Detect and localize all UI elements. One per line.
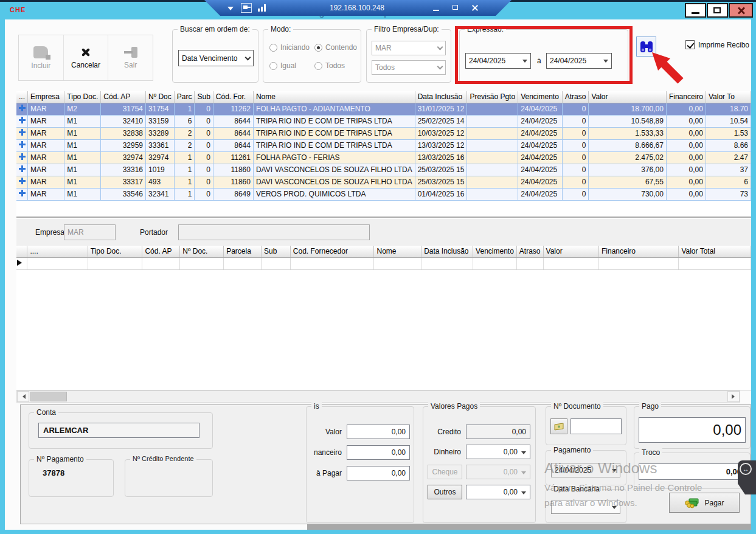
credito-field[interactable]: 0,00	[466, 425, 530, 439]
grid2-column-header[interactable]: Tipo Doc.	[88, 246, 142, 257]
pin-icon-needle	[248, 7, 251, 8]
grid2-column-header[interactable]: Data Inclusão	[421, 246, 473, 257]
rdp-minimize-button[interactable]	[430, 3, 443, 13]
radio-igual[interactable]: Igual	[269, 61, 296, 70]
expand-row-plus-icon[interactable]	[19, 178, 26, 184]
grid1-column-header[interactable]: Data Inclusão	[415, 91, 467, 103]
exit-door-icon	[124, 47, 137, 58]
filtro-empresa-select[interactable]: MAR	[372, 41, 446, 55]
grid1-row[interactable]: MARM1333174931011860DAVI VASCONCELOS DE …	[16, 176, 751, 188]
grid1-column-header[interactable]: Valor	[589, 91, 667, 103]
grid2-column-header[interactable]: Financeiro	[599, 246, 679, 257]
grid1-cell: 37	[706, 164, 751, 176]
scroll-left-button[interactable]	[17, 391, 29, 402]
portador-field[interactable]	[178, 224, 370, 240]
cheque-field[interactable]: 0,00	[466, 465, 530, 479]
grid2-column-header[interactable]: Parcela	[224, 246, 262, 257]
grid1-row[interactable]: MARM13295933361208644TRIPA RIO IND E COM…	[16, 139, 751, 151]
grid2-column-header[interactable]: Vencimento	[473, 246, 517, 257]
grid1-column-header[interactable]: Cód. For.	[213, 91, 253, 103]
pagar-button[interactable]: Pagar	[669, 493, 740, 513]
grid1-row[interactable]: MARM13331610191011860DAVI VASCONCELOS DE…	[16, 164, 751, 176]
troco-field[interactable]: 0,00	[639, 463, 746, 480]
outros-button[interactable]: Outros	[428, 485, 462, 499]
data-bancaria-select[interactable]	[551, 501, 620, 514]
grid1-column-header[interactable]: Financeiro	[666, 91, 706, 103]
grid1-column-header[interactable]: Cód. AP	[101, 91, 146, 103]
buscar-ordem-select[interactable]: Data Vencimento	[178, 50, 254, 66]
filtro-dup-select[interactable]: Todos	[372, 60, 446, 75]
sair-button[interactable]: Sair	[108, 35, 153, 80]
grid1-cell: 1019	[146, 164, 175, 176]
valor-field[interactable]: 0,00	[347, 425, 410, 439]
grid2-column-header[interactable]	[16, 246, 27, 257]
conta-field[interactable]: ARLEMCAR	[38, 423, 199, 438]
incluir-button[interactable]: Incluir	[19, 35, 64, 80]
grid2-column-header[interactable]: Atraso	[516, 246, 543, 257]
grid1-column-header[interactable]: Valor To	[706, 91, 751, 103]
search-button[interactable]	[636, 36, 656, 57]
dinheiro-field[interactable]: 0,00	[466, 445, 530, 459]
grid1-row[interactable]: MARM13241033159608644TRIPA RIO IND E COM…	[16, 115, 751, 127]
radio-icon	[269, 62, 277, 70]
grid2-column-header[interactable]: Cod. Fornecedor	[290, 246, 374, 257]
grid1-row[interactable]: MARM13283833289208644TRIPA RIO IND E COM…	[16, 127, 751, 139]
maximize-button[interactable]	[707, 3, 728, 18]
date-from-select[interactable]: 24/04/2025	[465, 53, 531, 69]
scrollbar-thumb[interactable]	[30, 392, 67, 401]
horizontal-scrollbar[interactable]	[16, 390, 740, 403]
grid1-row[interactable]: MARM132974329741011261FOLHA PAGTO - FERI…	[16, 151, 751, 164]
radio-iniciando[interactable]: Iniciando	[269, 43, 310, 52]
num-credito-title: Nº Crédito Pendente	[130, 455, 196, 462]
minimize-button[interactable]	[685, 3, 706, 18]
expand-row-plus-icon[interactable]	[19, 165, 26, 172]
num-documento-field[interactable]	[570, 418, 622, 434]
grid1-column-header[interactable]: Sub	[195, 91, 213, 103]
grid2-empty-row[interactable]	[16, 257, 751, 269]
expand-row-plus-icon[interactable]	[19, 190, 26, 196]
grid1-column-header[interactable]: Tipo Doc.	[64, 91, 101, 103]
expand-row-plus-icon[interactable]	[19, 129, 26, 136]
pagamento-date-select[interactable]: 24/04/2025	[551, 463, 620, 477]
grid1-column-header[interactable]: Previsão Pgto	[467, 91, 518, 103]
rdp-close-button[interactable]	[469, 3, 482, 13]
grid2-column-header[interactable]: Nº Doc.	[180, 246, 224, 257]
grid1-column-header[interactable]: Nº Doc	[146, 91, 175, 103]
a-pagar-field[interactable]: 0,00	[347, 466, 410, 480]
empresa-field[interactable]: MAR	[64, 224, 116, 240]
rdp-restore-button[interactable]	[449, 3, 463, 13]
grid2-column-header[interactable]: Sub	[262, 246, 291, 257]
radio-todos[interactable]: Todos	[314, 61, 345, 70]
outros-field[interactable]: 0,00	[466, 485, 530, 499]
grid2-column-header[interactable]: Cód. AP	[142, 246, 180, 257]
grid1-row[interactable]: MARM13354632341108649VEROS PROD. QUIMICO…	[16, 188, 751, 200]
buscar-ordem-value: Data Vencimento	[182, 54, 246, 63]
imprime-recibo-checkbox[interactable]: Imprime Recibo	[685, 40, 749, 49]
close-button[interactable]	[729, 3, 753, 18]
grid2-column-header[interactable]: Valor	[543, 246, 598, 257]
date-to-select[interactable]: 24/04/2025	[546, 53, 612, 69]
documento-lookup-button[interactable]	[550, 418, 567, 434]
grid1-column-header[interactable]: Empresa	[28, 91, 64, 103]
grid1-column-header[interactable]: Parc	[174, 91, 195, 103]
chevron-down-icon[interactable]	[227, 7, 234, 13]
grid1-row-selected[interactable]: MARM231754317541011262FOLHA PAGTO - ADIA…	[16, 103, 751, 115]
grid1-column-header[interactable]: Nome	[253, 91, 415, 103]
expand-row-plus-icon[interactable]	[19, 153, 26, 160]
grid1-column-header[interactable]: Vencimento	[518, 91, 563, 103]
pin-icon[interactable]	[241, 3, 252, 13]
expand-row-plus-icon[interactable]	[19, 117, 26, 123]
cheque-button[interactable]: Cheque	[428, 465, 462, 479]
financeiro-field[interactable]: 0,00	[347, 445, 410, 460]
grid1-column-header[interactable]: ...	[16, 91, 28, 103]
grid1-column-header[interactable]: Atraso	[562, 91, 589, 103]
grid2-column-header[interactable]: Nome	[374, 246, 421, 257]
grid2-column-header[interactable]: Valor Total	[679, 246, 751, 257]
radio-contendo[interactable]: Contendo	[314, 43, 357, 52]
grid2-column-header[interactable]: ....	[27, 246, 88, 257]
cancelar-button[interactable]: Cancelar	[64, 35, 109, 80]
expand-row-plus-icon[interactable]	[19, 141, 26, 148]
pago-field[interactable]: 0,00	[639, 417, 746, 443]
scroll-right-button[interactable]	[727, 391, 740, 402]
expand-row-plus-icon[interactable]	[19, 105, 26, 111]
